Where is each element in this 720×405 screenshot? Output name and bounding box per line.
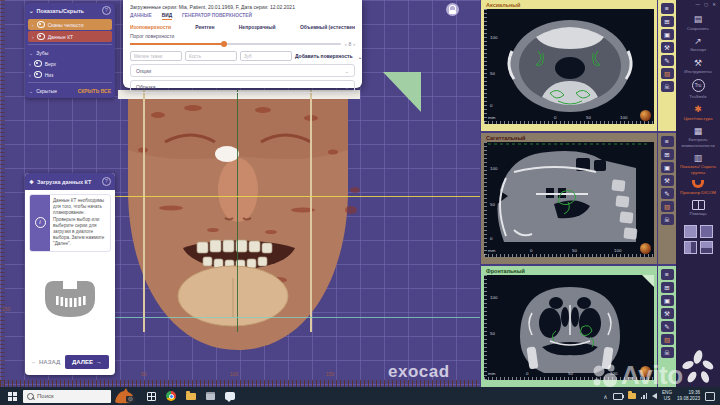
display-icon[interactable]: ▣ bbox=[661, 295, 674, 306]
eye-icon[interactable] bbox=[34, 71, 42, 78]
layer-row-upper[interactable]: › Верх bbox=[25, 58, 115, 69]
clip-box-edge-right[interactable] bbox=[310, 90, 312, 332]
axial-ct-image[interactable]: 100 50 0 0 50 100 mm bbox=[484, 9, 654, 124]
archive-app-icon[interactable] bbox=[206, 392, 215, 400]
layer-row-ct-data[interactable]: › Данные КТ bbox=[28, 31, 112, 42]
mode-opaque[interactable]: Непрозрачный bbox=[239, 24, 276, 30]
soft-tissue-input[interactable] bbox=[130, 51, 182, 61]
mode-isosurfaces[interactable]: Изоповерхности bbox=[130, 24, 171, 30]
menu-icon[interactable]: ≡ bbox=[661, 3, 674, 14]
tray-folder-icon[interactable] bbox=[628, 393, 636, 399]
volume-icon[interactable] bbox=[652, 393, 657, 399]
bone-input[interactable] bbox=[185, 51, 237, 61]
display-icon[interactable]: ▣ bbox=[661, 162, 674, 173]
clock[interactable]: 19:36 19.08.2023 bbox=[677, 390, 700, 401]
draw-icon[interactable]: ✎ bbox=[661, 321, 674, 332]
eye-icon[interactable] bbox=[34, 60, 42, 67]
export-button[interactable]: ↗ Экспорт bbox=[677, 36, 719, 53]
mode-volumetric[interactable]: Объемный (естествен bbox=[300, 24, 355, 30]
clip-box-edge-left[interactable] bbox=[143, 90, 145, 332]
stepper-increment[interactable]: › bbox=[353, 41, 355, 47]
chrome-icon[interactable] bbox=[166, 391, 176, 401]
help-icon[interactable]: ? bbox=[102, 177, 111, 186]
minimize-button[interactable]: — bbox=[695, 2, 700, 7]
save-button[interactable]: ▤ Сохранить bbox=[677, 14, 719, 31]
texture-icon[interactable]: ▨ bbox=[661, 201, 674, 212]
color-texture-button[interactable]: ✱ Цвет/текстура bbox=[677, 104, 719, 121]
tab-data[interactable]: ДАННЫЕ bbox=[130, 13, 152, 20]
tools-button[interactable]: ⚒ Инструменты bbox=[677, 58, 719, 75]
orientation-head-icon[interactable] bbox=[640, 243, 651, 254]
cropping-section[interactable]: Обрезка ⌄ bbox=[130, 80, 355, 93]
slider-knob[interactable] bbox=[221, 41, 227, 47]
tab-surface-generator[interactable]: ГЕНЕРАТОР ПОВЕРХНОСТЕЙ bbox=[182, 13, 252, 20]
hide-all-button[interactable]: СКРЫТЬ ВСЕ bbox=[78, 88, 111, 94]
frontal-plane-corner[interactable] bbox=[383, 72, 421, 112]
menu-icon[interactable]: ≡ bbox=[661, 269, 674, 280]
skull-icon[interactable]: ☠ bbox=[661, 347, 674, 358]
threshold-slider[interactable] bbox=[130, 43, 341, 45]
eye-icon[interactable] bbox=[37, 21, 45, 28]
collapse-dialog-icon[interactable]: ⌄ bbox=[358, 53, 363, 60]
tools-icon[interactable]: ⚒ bbox=[661, 42, 674, 53]
orientation-head-icon[interactable] bbox=[640, 110, 651, 121]
show-hide-groups-button[interactable]: ▥ Показать/ Скрыть группы bbox=[677, 153, 719, 175]
skull-icon[interactable]: ☠ bbox=[661, 214, 674, 225]
file-explorer-icon[interactable] bbox=[186, 393, 196, 400]
layer-row-jaw-scans[interactable]: › Сканы челюсти bbox=[28, 19, 112, 30]
sagittal-slice-line[interactable] bbox=[237, 90, 238, 332]
add-surface-button[interactable]: Добавить поверхность bbox=[295, 53, 353, 59]
layout-option[interactable] bbox=[700, 225, 713, 238]
texture-icon[interactable]: ▨ bbox=[661, 334, 674, 345]
attentiveness-control-button[interactable]: ▦ Контроль внимательности bbox=[677, 126, 719, 148]
axial-slice-line[interactable] bbox=[110, 196, 480, 197]
maximize-button[interactable]: ▢ bbox=[704, 2, 708, 7]
network-icon[interactable] bbox=[641, 393, 648, 399]
layout-option[interactable] bbox=[684, 241, 697, 254]
axis-label: 100 bbox=[490, 35, 497, 40]
stepper-decrement[interactable]: ‹ bbox=[345, 41, 347, 47]
notification-center-icon[interactable] bbox=[705, 392, 715, 401]
layer-row-lower[interactable]: › Низ bbox=[25, 69, 115, 80]
lock-view-icon[interactable] bbox=[446, 3, 459, 16]
layout-icon[interactable]: ⊞ bbox=[661, 149, 674, 160]
trusmile-button[interactable]: Tru TruSmile bbox=[677, 79, 719, 99]
layer-section-hidden[interactable]: ⌄ Скрытые СКРЫТЬ ВСЕ bbox=[25, 85, 115, 96]
coronal-slice-line[interactable] bbox=[110, 317, 480, 318]
draw-icon[interactable]: ✎ bbox=[661, 188, 674, 199]
mode-xray[interactable]: Рентген bbox=[195, 24, 214, 30]
back-button[interactable]: ← НАЗАД bbox=[31, 359, 60, 365]
texture-icon[interactable]: ▨ bbox=[661, 68, 674, 79]
layout-option[interactable] bbox=[700, 241, 713, 254]
battery-icon[interactable] bbox=[613, 393, 623, 400]
tab-view[interactable]: ВИД bbox=[162, 13, 172, 20]
menu-icon[interactable]: ≡ bbox=[661, 136, 674, 147]
tray-expand-icon[interactable]: ∧ bbox=[603, 393, 607, 400]
next-button[interactable]: ДАЛЕЕ → bbox=[65, 355, 109, 369]
task-view-button[interactable] bbox=[147, 392, 156, 401]
close-button[interactable]: ✕ bbox=[712, 2, 716, 7]
tools-icon[interactable]: ⚒ bbox=[661, 175, 674, 186]
eye-icon[interactable] bbox=[37, 33, 45, 40]
layout-option[interactable] bbox=[684, 225, 697, 238]
language-indicator[interactable]: ENG US bbox=[662, 390, 672, 401]
draw-icon[interactable]: ✎ bbox=[661, 55, 674, 66]
layer-section-teeth[interactable]: ⌄ Зубы bbox=[25, 47, 115, 58]
display-icon[interactable]: ▣ bbox=[661, 29, 674, 40]
sagittal-ct-image[interactable]: 100 50 0 0 50 100 mm bbox=[484, 142, 654, 257]
help-icon[interactable]: ? bbox=[102, 6, 111, 15]
show-hide-header[interactable]: ⌄ Показать/Скрыть ? bbox=[25, 3, 115, 18]
skull-icon[interactable]: ☠ bbox=[661, 81, 674, 92]
layout-icon[interactable]: ⊞ bbox=[661, 282, 674, 293]
face-volume-render[interactable] bbox=[113, 90, 363, 352]
chat-app-icon[interactable] bbox=[225, 392, 235, 400]
layout-icon[interactable]: ⊞ bbox=[661, 16, 674, 27]
tools-icon[interactable]: ⚒ bbox=[661, 308, 674, 319]
taskbar-search[interactable]: Поиск bbox=[23, 390, 111, 403]
help-button[interactable]: Помощь bbox=[677, 200, 719, 217]
dicom-viewer-button[interactable]: Просмотр DICOM bbox=[677, 180, 719, 195]
next-arrow-icon: → bbox=[96, 359, 102, 365]
options-section[interactable]: Опции ⌄ bbox=[130, 64, 355, 77]
start-button[interactable] bbox=[8, 392, 17, 401]
tooth-input[interactable] bbox=[240, 51, 292, 61]
